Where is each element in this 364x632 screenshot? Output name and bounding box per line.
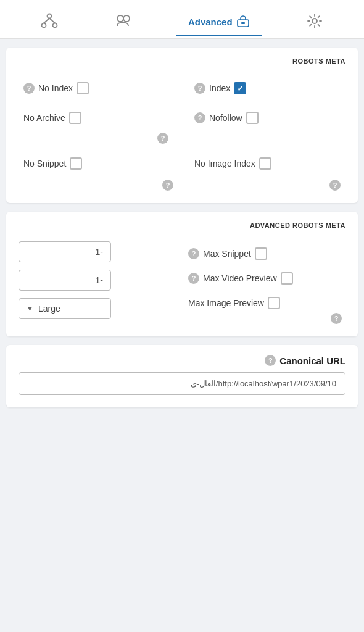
index-help-icon[interactable]: ? (194, 83, 205, 94)
nofollow-checkbox[interactable] (246, 112, 259, 124)
max-snippet-label: Max Snippet (203, 249, 251, 259)
max-snippet-help-icon[interactable]: ? (188, 248, 199, 259)
robots-meta-title: ROBOTS META (19, 57, 345, 65)
adv-checkboxes-column: ? Max Snippet ? Max Video Preview Max Im… (182, 239, 345, 324)
top-navigation: Advanced (0, 0, 364, 39)
max-snippet-input[interactable] (19, 241, 111, 262)
canonical-url-card: ? Canonical URL (6, 345, 358, 407)
svg-rect-8 (241, 22, 245, 24)
nav-connections[interactable] (28, 6, 70, 38)
nofollow-label: Nofollow (209, 113, 242, 123)
no-image-index-label: No Image Index (194, 159, 255, 168)
no-archive-extra-help-icon[interactable]: ? (157, 133, 168, 144)
no-snippet-label: No Snippet (23, 159, 66, 168)
index-checkbox[interactable] (234, 82, 246, 94)
no-archive-label: No Archive (23, 113, 65, 123)
dropdown-chevron-icon: ▼ (27, 305, 33, 312)
canonical-help-icon[interactable]: ? (265, 355, 276, 366)
no-index-cell: ? No Index (19, 76, 182, 101)
index-cell: ? Index (182, 76, 345, 101)
max-image-preview-dropdown[interactable]: ▼ Large (19, 298, 111, 319)
no-archive-cell: No Archive (19, 106, 182, 130)
max-video-preview-row: ? Max Video Preview (188, 266, 345, 291)
robots-meta-card: ROBOTS META ? No Index ? Index No Archiv… (6, 48, 358, 203)
max-image-preview-label: Max Image Preview (188, 298, 264, 308)
no-image-index-checkbox[interactable] (259, 157, 271, 170)
svg-point-2 (52, 23, 57, 28)
index-label: Index (209, 83, 230, 93)
advanced-robots-meta-title: ADVANCED ROBOTS META (19, 222, 345, 229)
advanced-robots-meta-card: ADVANCED ROBOTS META ▼ Large ? Max Snipp… (6, 212, 358, 336)
no-index-checkbox[interactable] (77, 82, 89, 94)
max-snippet-row: ? Max Snippet (188, 241, 345, 266)
max-image-preview-help-icon[interactable]: ? (331, 313, 342, 324)
max-video-preview-label: Max Video Preview (203, 273, 277, 283)
no-snippet-checkbox[interactable] (70, 157, 82, 170)
no-index-help-icon[interactable]: ? (23, 83, 35, 94)
nav-settings[interactable] (294, 6, 336, 38)
canonical-url-label: Canonical URL (279, 356, 345, 366)
nofollow-cell: ? Nofollow (182, 106, 345, 130)
canonical-url-label-row: ? Canonical URL (19, 355, 345, 366)
no-image-index-help-icon[interactable]: ? (329, 180, 341, 191)
max-image-preview-checkbox[interactable] (268, 297, 280, 309)
no-index-label: No Index (38, 83, 73, 93)
nofollow-help-icon[interactable]: ? (194, 112, 205, 123)
no-snippet-help-icon[interactable]: ? (162, 180, 173, 191)
svg-line-4 (49, 19, 55, 23)
svg-point-6 (123, 15, 130, 22)
svg-point-9 (312, 19, 317, 23)
no-archive-checkbox[interactable] (69, 112, 81, 124)
max-video-preview-help-icon[interactable]: ? (188, 273, 199, 284)
svg-point-5 (117, 15, 123, 22)
svg-line-3 (44, 19, 49, 23)
adv-inputs-column: ▼ Large (19, 239, 182, 319)
advanced-label: Advanced (188, 17, 233, 27)
svg-point-1 (41, 23, 46, 28)
nav-social[interactable] (102, 6, 144, 38)
canonical-url-input[interactable] (19, 372, 345, 395)
dropdown-value: Large (38, 304, 60, 314)
no-image-index-cell: No Image Index (182, 151, 345, 176)
max-video-preview-input[interactable] (19, 270, 111, 291)
max-video-preview-checkbox[interactable] (281, 272, 293, 285)
max-snippet-checkbox[interactable] (255, 247, 267, 260)
svg-point-0 (47, 14, 51, 19)
max-image-preview-row: Max Image Preview (188, 291, 345, 312)
nav-advanced[interactable]: Advanced (176, 9, 262, 36)
no-snippet-cell: No Snippet (19, 151, 182, 176)
